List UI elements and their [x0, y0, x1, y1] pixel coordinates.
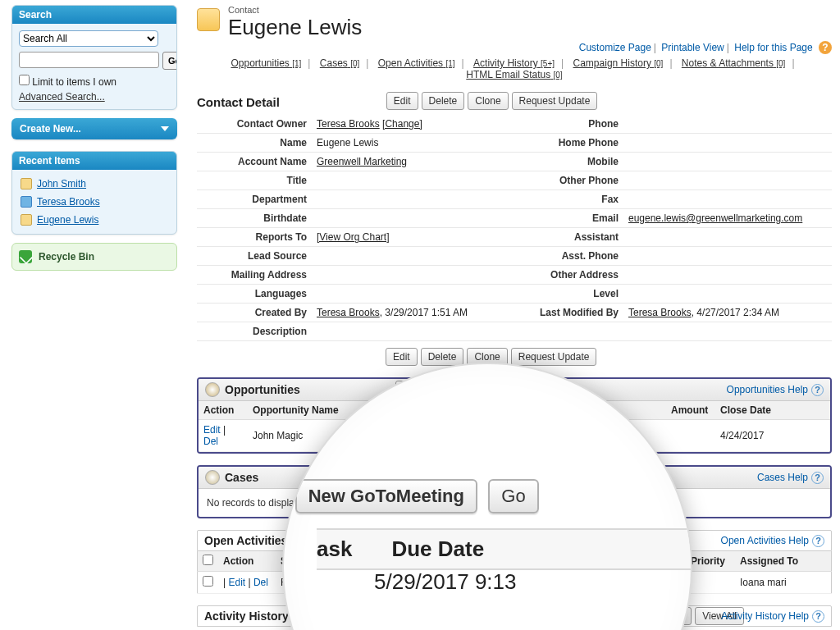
page-header: Contact Eugene Lewis: [197, 5, 362, 40]
cases-help-link[interactable]: Cases Help: [757, 472, 808, 483]
detail-title: Contact Detail: [197, 95, 280, 109]
recent-header: Recent Items: [12, 152, 176, 170]
limit-label: Limit to items I own: [32, 76, 116, 88]
help-icon[interactable]: ?: [811, 384, 824, 396]
recent-items-panel: Recent Items John Smith Teresa Brooks Eu…: [11, 151, 177, 235]
contact-icon: [21, 178, 32, 189]
case-icon: [205, 470, 220, 485]
chevron-down-icon: [161, 126, 169, 131]
edit-link[interactable]: Edit: [203, 424, 221, 436]
new-gotomeeting-button[interactable]: New GoToMeeting: [295, 479, 477, 514]
contact-name: Eugene Lewis: [228, 15, 362, 40]
edit-button[interactable]: Edit: [386, 92, 418, 110]
delete-button[interactable]: Delete: [421, 348, 464, 366]
opp-help-link[interactable]: Opportunities Help: [727, 384, 808, 395]
help-link[interactable]: Help for this Page: [734, 42, 812, 53]
strip-html-email[interactable]: HTML Email Status [0]: [466, 69, 562, 80]
select-all-checkbox[interactable]: [203, 555, 213, 565]
search-header: Search: [12, 6, 176, 24]
search-scope-select[interactable]: Search All: [19, 30, 158, 47]
help-icon[interactable]: ?: [811, 472, 824, 484]
user-icon: [21, 196, 32, 208]
contact-detail-table: Contact OwnerTeresa Brooks [Change]Phone…: [197, 115, 832, 341]
del-link[interactable]: Del: [253, 577, 268, 588]
related-list-strip: Opportunities [1]| Cases [0]| Open Activ…: [197, 57, 832, 80]
activities-help-link[interactable]: Open Activities Help: [721, 535, 809, 546]
recent-item[interactable]: Teresa Brooks: [16, 193, 173, 211]
recent-item[interactable]: John Smith: [16, 175, 173, 193]
sidebar: Search Search All Go! Limit to items I o…: [11, 5, 177, 271]
zoom-col-task: ask: [317, 536, 352, 562]
help-icon[interactable]: ?: [812, 535, 824, 547]
page-action-links: Customize Page| Printable View| Help for…: [579, 41, 832, 54]
request-update-button[interactable]: Request Update: [511, 348, 597, 366]
contact-icon: [21, 214, 32, 226]
help-icon[interactable]: ?: [819, 41, 832, 54]
recycle-icon: [19, 250, 32, 263]
object-label: Contact: [228, 5, 362, 15]
limit-checkbox[interactable]: [19, 75, 30, 85]
search-go-button[interactable]: Go!: [162, 52, 177, 70]
strip-activity-history[interactable]: Activity History [5+]: [473, 57, 555, 69]
advanced-search-link[interactable]: Advanced Search...: [19, 91, 105, 103]
customize-link[interactable]: Customize Page: [579, 42, 651, 53]
edit-button[interactable]: Edit: [386, 348, 418, 366]
contact-icon: [197, 8, 220, 31]
strip-notes[interactable]: Notes & Attachments [0]: [682, 57, 786, 69]
history-help-link[interactable]: Activity History Help: [721, 610, 809, 622]
zoom-due-value: 5/29/2017 9:13: [374, 569, 517, 595]
search-input[interactable]: [19, 52, 159, 68]
opp-name-link[interactable]: John Magic: [253, 430, 303, 441]
recycle-bin[interactable]: Recycle Bin: [11, 243, 177, 271]
strip-open-activities[interactable]: Open Activities [1]: [378, 57, 455, 69]
clone-button[interactable]: Clone: [468, 92, 508, 110]
strip-campaign-history[interactable]: Campaign History [0]: [573, 57, 664, 69]
zoom-col-duedate: Due Date: [391, 536, 484, 562]
opportunity-icon: [205, 382, 220, 397]
owner-link[interactable]: Teresa Brooks: [317, 118, 380, 130]
edit-link[interactable]: Edit: [228, 577, 245, 588]
account-link[interactable]: Greenwell Marketing: [317, 156, 407, 167]
assigned-link[interactable]: Ioana mari: [740, 577, 787, 588]
email-link[interactable]: eugene.lewis@greenwellmarketing.com: [628, 212, 802, 224]
printable-link[interactable]: Printable View: [661, 42, 724, 53]
create-new-menu[interactable]: Create New...: [11, 118, 177, 139]
search-panel: Search Search All Go! Limit to items I o…: [11, 5, 177, 110]
help-icon[interactable]: ?: [812, 610, 824, 623]
del-link[interactable]: Del: [203, 436, 218, 447]
delete-button[interactable]: Delete: [422, 92, 465, 110]
zoom-btn-partial-right[interactable]: Go: [488, 479, 538, 514]
recent-item[interactable]: Eugene Lewis: [16, 211, 173, 229]
request-update-button[interactable]: Request Update: [512, 92, 598, 110]
strip-opportunities[interactable]: Opportunities [1]: [231, 57, 301, 69]
row-checkbox[interactable]: [203, 576, 213, 587]
strip-cases[interactable]: Cases [0]: [320, 57, 359, 69]
change-owner-link[interactable]: [Change]: [382, 118, 422, 130]
org-chart-link[interactable]: [View Org Chart]: [317, 231, 389, 243]
